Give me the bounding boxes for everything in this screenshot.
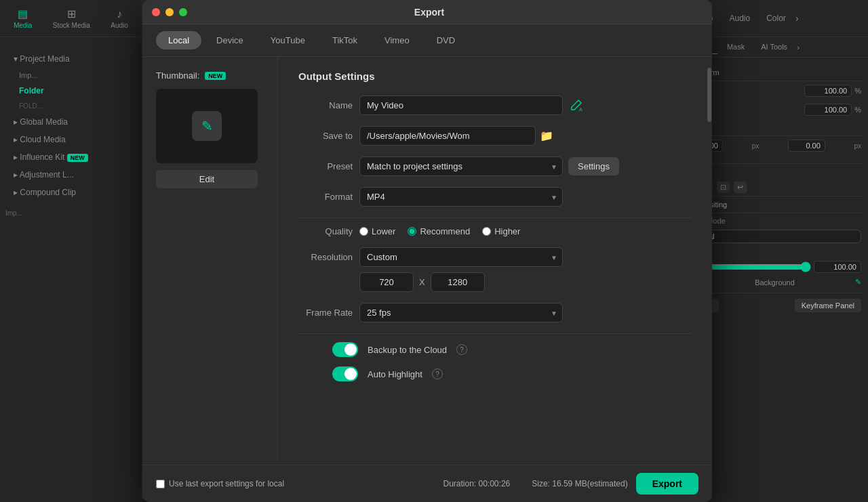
rp-tab-audio[interactable]: Audio [722,11,757,26]
opacity-input[interactable] [814,261,861,273]
background-label: Background [755,278,795,287]
rp-subtab-chevron[interactable]: › [797,40,800,54]
edit-thumbnail-button[interactable]: Edit [156,170,258,188]
quality-higher-radio[interactable] [482,227,491,236]
tab-device[interactable]: Device [204,31,256,49]
name-input[interactable] [359,96,563,115]
global-media-section: ▸ Global Media [5,113,136,131]
maximize-button[interactable] [179,8,187,16]
duration-info: Duration: 00:00:26 [443,479,510,488]
preset-row: Preset Match to project settings ▼ Setti… [298,156,692,176]
resolution-select[interactable]: Custom 1920x1080 1280x720 [359,247,563,267]
resolution-inputs: X [359,272,692,292]
media-tab-label: Media [14,22,32,29]
audio-icon: ♪ [117,8,122,20]
format-row: Format MP4 ▼ [298,187,692,207]
save-to-input[interactable] [359,126,536,146]
media-icon: ▤ [18,7,28,20]
scale-x-unit: % [854,87,861,95]
scale-x-input[interactable] [804,85,852,97]
last-settings-checkbox[interactable] [156,480,165,488]
tab-tiktok[interactable]: TikTok [320,31,370,49]
audio-tab-label: Audio [111,22,128,29]
preset-label: Preset [298,161,353,171]
save-to-label: Save to [298,131,353,141]
save-to-row: Save to 📁 [298,126,692,146]
ai-edit-icon[interactable]: AI [568,98,583,113]
auto-highlight-thumb [344,368,357,380]
dialog-body: Thumbnail: NEW ✎ Edit Output Settings Na… [142,57,712,461]
auto-highlight-label: Auto Highlight [368,369,422,379]
close-button[interactable] [152,8,160,16]
sidebar: ▤ Media ⊞ Stock Media ♪ Audio ▾ Project … [0,0,142,502]
quality-higher[interactable]: Higher [482,226,520,236]
dialog-titlebar: Export [142,0,712,24]
tab-dvd[interactable]: DVD [425,31,467,49]
stock-tab-label: Stock Media [53,22,90,29]
quality-radio-group: Lower Recommend Higher [359,226,520,236]
resolution-width-input[interactable] [359,272,414,292]
svg-text:AI: AI [579,107,583,112]
sidebar-import[interactable]: Imp... [5,68,136,83]
resolution-height-input[interactable] [431,272,485,292]
backup-toggle-thumb [344,343,357,356]
sidebar-folder-label: FOLD... [5,99,136,113]
scroll-thumb [707,68,711,122]
export-tabs: Local Device YouTube TikTok Vimeo DVD [142,24,712,57]
rp-subtab-mask[interactable]: Mask [720,40,751,54]
frame-rate-row: Frame Rate 25 fps 30 fps 60 fps ▼ [298,303,692,322]
rp-align-btn-4[interactable]: ↩ [734,182,747,193]
frame-rate-select[interactable]: 25 fps 30 fps 60 fps [359,303,563,322]
sidebar-import-label: Imp... [0,207,142,219]
quality-recommend-label: Recommend [420,226,470,236]
last-settings-label: Use last export settings for local [169,479,284,488]
rp-align-btn-3[interactable]: ⊡ [717,182,730,193]
auto-highlight-toggle[interactable] [332,367,358,381]
backup-row: Backup to the Cloud ? [332,342,692,357]
settings-panel: Output Settings Name AI Save to [278,57,712,461]
project-media-section: ▾ Project Media [5,50,136,68]
backup-label: Backup to the Cloud [368,345,447,355]
background-edit-icon[interactable]: ✎ [855,278,861,287]
quality-recommend-radio[interactable] [408,227,416,236]
format-label: Format [298,192,353,202]
rp-chevron-right[interactable]: › [795,13,799,24]
quality-higher-label: Higher [494,226,520,236]
scroll-track[interactable] [707,68,712,339]
cloud-media-section: ▸ Cloud Media [5,131,136,148]
media-toolbar: ▤ Media ⊞ Stock Media ♪ Audio [0,0,142,37]
name-row: Name AI [298,96,692,115]
scale-y-input[interactable] [804,104,852,116]
backup-info-icon[interactable]: ? [456,344,467,355]
rp-subtab-aitools[interactable]: AI Tools [754,40,794,54]
quality-lower[interactable]: Lower [359,226,395,236]
settings-button[interactable]: Settings [568,157,619,175]
resolution-label: Resolution [298,252,353,262]
media-tab-audio[interactable]: ♪ Audio [106,5,132,32]
media-tab-media[interactable]: ▤ Media [9,5,36,32]
divider-2 [298,333,692,334]
rp-tab-color[interactable]: Color [760,11,793,26]
keyframe-panel-button[interactable]: Keyframe Panel [795,299,861,312]
quality-label: Quality [298,226,353,236]
minimize-button[interactable] [165,8,174,16]
thumbnail-preview[interactable]: ✎ [156,89,258,163]
auto-highlight-info-icon[interactable]: ? [432,369,443,379]
format-select[interactable]: MP4 [359,187,563,207]
preset-select[interactable]: Match to project settings [359,156,563,176]
dialog-footer: Use last export settings for local Durat… [142,465,712,502]
quality-lower-radio[interactable] [359,227,368,236]
media-tab-stock[interactable]: ⊞ Stock Media [49,5,94,32]
backup-toggle[interactable] [332,342,358,357]
quality-recommend[interactable]: Recommend [408,226,470,236]
tab-vimeo[interactable]: Vimeo [372,31,422,49]
position-y-input[interactable] [788,140,825,152]
quality-lower-label: Lower [372,226,395,236]
last-settings-checkbox-label[interactable]: Use last export settings for local [156,479,284,488]
tab-youtube[interactable]: YouTube [258,31,317,49]
stock-icon: ⊞ [67,7,76,20]
export-button[interactable]: Export [636,473,698,495]
folder-browse-icon[interactable]: 📁 [540,129,553,142]
tab-local[interactable]: Local [156,31,201,49]
sidebar-folder[interactable]: Folder [5,83,136,99]
